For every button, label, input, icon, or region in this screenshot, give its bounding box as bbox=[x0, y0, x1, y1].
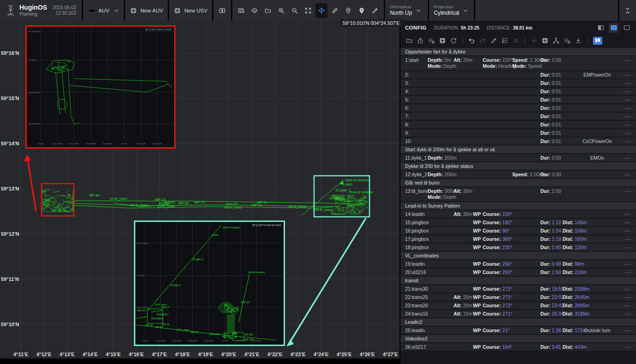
config-row[interactable]: 20:vl3216WPCourse: 263°Dur: 1:50Dist: 22… bbox=[400, 269, 636, 276]
config-row[interactable]: 4:Dur: 0:01... bbox=[400, 88, 636, 95]
config-row[interactable]: 5:Dur: 0:01... bbox=[400, 96, 636, 103]
map-fold-tool-button[interactable] bbox=[235, 3, 247, 18]
orientation-select[interactable]: Orientation North Up bbox=[385, 0, 428, 21]
config-row[interactable]: 13:til_bunnDepth: 300mMode: DepthAlt: 30… bbox=[400, 187, 636, 201]
row-menu-button[interactable]: ... bbox=[624, 170, 631, 177]
box-plus-button[interactable] bbox=[540, 36, 550, 45]
row-menu-button[interactable]: ... bbox=[624, 186, 631, 194]
config-row[interactable]: 25:leadinWPCourse: 21°Dur: 1:26Dist: 172… bbox=[400, 327, 636, 334]
vehicle-selector[interactable]: AUV bbox=[83, 0, 124, 21]
panel-outline-button[interactable] bbox=[622, 23, 631, 33]
map[interactable]: WP 6061:fo_transWP 23WP 6262:fo_transtra… bbox=[0, 21, 400, 364]
plus-button[interactable] bbox=[529, 36, 539, 45]
folder-tool-button[interactable] bbox=[262, 3, 274, 18]
download-button[interactable] bbox=[573, 36, 583, 45]
row-menu-button[interactable]: ... bbox=[624, 259, 631, 267]
panel-split-button[interactable] bbox=[596, 23, 606, 33]
row-menu-button[interactable]: ... bbox=[624, 226, 631, 233]
row-menu-button[interactable]: ... bbox=[624, 243, 631, 250]
config-row[interactable]: 3:Dur: 0:01... bbox=[400, 79, 636, 87]
new-auv-button[interactable]: New AUV bbox=[125, 0, 168, 21]
marker-tool-button[interactable] bbox=[342, 3, 354, 18]
row-menu-button[interactable]: ... bbox=[624, 342, 631, 350]
row-menu-button[interactable]: ... bbox=[624, 234, 631, 242]
row-menu-button[interactable]: ... bbox=[624, 209, 631, 217]
config-row[interactable]: 14:leadinAlt: 30mWPCourse: 220°... bbox=[400, 210, 636, 218]
new-usv-button[interactable]: New USV bbox=[169, 0, 212, 21]
list-gear-button[interactable] bbox=[562, 36, 572, 45]
export-button[interactable] bbox=[415, 36, 425, 45]
row-menu-button[interactable]: ... bbox=[624, 120, 631, 127]
config-row[interactable]: 23:trans20Alt: 20mWPCourse: 272°Dur: 23:… bbox=[400, 302, 636, 309]
row-menu-button[interactable]: ... bbox=[624, 128, 631, 136]
row-field: Dur: 1:26 bbox=[540, 327, 561, 334]
layers-tool-button[interactable] bbox=[248, 3, 260, 18]
pencil-button[interactable] bbox=[489, 36, 499, 45]
config-row[interactable]: 24:trans15Alt: 15mWPCourse: 271°Dur: 26:… bbox=[400, 310, 636, 317]
row-menu-button[interactable]: ... bbox=[624, 87, 631, 94]
folder-button[interactable] bbox=[404, 36, 414, 45]
config-row[interactable]: 1:startDepth: 0mMode: DepthAlt: 20mCours… bbox=[400, 56, 636, 70]
svg-text:59°12.800'N: 59°12.800'N bbox=[29, 91, 40, 94]
row-menu-button[interactable]: ... bbox=[624, 95, 631, 102]
row-field: Dur: 0:01 bbox=[540, 129, 561, 137]
plus-box-icon bbox=[174, 7, 181, 14]
pencil-tool-button[interactable] bbox=[369, 3, 381, 18]
row-menu-button[interactable]: ... bbox=[624, 284, 631, 292]
list-gear-button[interactable] bbox=[426, 36, 436, 45]
row-menu-button[interactable]: ... bbox=[624, 137, 631, 144]
row-menu-button[interactable]: ... bbox=[624, 309, 631, 316]
zoom-out-tool-button[interactable] bbox=[289, 3, 301, 18]
branch-button[interactable] bbox=[551, 36, 561, 45]
config-row[interactable]: 2:Dur: 0:01EMPowerOn... bbox=[400, 71, 636, 78]
row-menu-button[interactable]: ... bbox=[624, 55, 631, 63]
config-row[interactable]: 18:pingboxWPCourse: 230°Dur: 1:00Dist: 1… bbox=[400, 244, 636, 251]
config-row[interactable]: 12:dykk_2Depth: 200mSpeed: 2.00m/sDur: 3… bbox=[400, 171, 636, 178]
row-menu-button[interactable]: ... bbox=[624, 292, 631, 300]
ruler-tool-button[interactable] bbox=[329, 3, 341, 18]
zoom-inset-red-svg: 4°12'E4°12.200'E4°12.400'E4°12.600'E4°12… bbox=[27, 27, 174, 147]
projection-select[interactable]: Projection Cylindrical bbox=[429, 0, 474, 21]
ordered-list-button[interactable] bbox=[500, 36, 510, 45]
row-name: 3: bbox=[405, 79, 409, 87]
marker-alt-tool-button[interactable] bbox=[356, 3, 368, 18]
row-menu-button[interactable]: ... bbox=[624, 326, 631, 333]
redo-button[interactable] bbox=[478, 36, 488, 45]
row-name: 15:pingbox bbox=[405, 219, 429, 226]
row-menu-button[interactable]: ... bbox=[624, 218, 631, 225]
row-menu-button[interactable]: ... bbox=[624, 268, 631, 275]
undo-button[interactable] bbox=[466, 36, 477, 45]
box-plus-button[interactable] bbox=[437, 36, 448, 45]
row-menu-button[interactable]: ... bbox=[624, 301, 631, 308]
config-row[interactable]: 16:pingboxWPCourse: 90°Dur: 1:24Dist: 16… bbox=[400, 227, 636, 234]
config-row[interactable]: 17:pingboxWPCourse: 360°Dur: 1:19Dist: 1… bbox=[400, 235, 636, 243]
config-row[interactable]: 15:pingboxWPCourse: 182°Dur: 1:12Dist: 1… bbox=[400, 219, 636, 226]
pan-tool-button[interactable] bbox=[315, 3, 327, 18]
zoom-in-tool-button[interactable] bbox=[275, 3, 287, 18]
refresh-button[interactable] bbox=[448, 36, 459, 45]
config-row[interactable]: 19:leadinWPCourse: 260°Dur: 0:49Dist: 98… bbox=[400, 260, 636, 268]
config-row[interactable]: 22:trans25Alt: 25mWPCourse: 271°Dur: 22:… bbox=[400, 293, 636, 301]
config-section-header: Dykke til 200 for å sjekke status bbox=[400, 162, 636, 170]
svg-text:WP 60: WP 60 bbox=[89, 193, 99, 197]
close-x-button[interactable] bbox=[511, 36, 521, 45]
config-row[interactable]: 21:trans30WPCourse: 272°Dur: 19:59Dist: … bbox=[400, 285, 636, 292]
split-view-tool-button[interactable] bbox=[216, 3, 228, 18]
config-row[interactable]: 6:Dur: 0:01... bbox=[400, 104, 636, 112]
row-menu-button[interactable]: ... bbox=[624, 112, 631, 119]
row-menu-button[interactable]: ... bbox=[624, 70, 631, 78]
config-row[interactable]: 7:Dur: 0:01... bbox=[400, 113, 636, 120]
collapse-panel-button[interactable] bbox=[619, 0, 636, 21]
panel-filled-button[interactable] bbox=[609, 23, 618, 33]
config-row[interactable]: 8:Dur: 0:01... bbox=[400, 121, 636, 128]
svg-text:59°13'N: 59°13'N bbox=[1, 186, 19, 191]
config-row[interactable]: 10:Dur: 0:01CxCPowerOn... bbox=[400, 137, 636, 145]
row-menu-button[interactable]: ... bbox=[624, 153, 631, 161]
config-row[interactable]: 26:vl3217WPCourse: 164°Dur: 3:41Dist: 44… bbox=[400, 343, 636, 351]
config-row[interactable]: 11:dykk_1Depth: 200mDur: 3:00EMOn... bbox=[400, 154, 636, 161]
config-row[interactable]: 9:Dur: 0:01... bbox=[400, 129, 636, 137]
row-menu-button[interactable]: ... bbox=[624, 103, 631, 111]
row-menu-button[interactable]: ... bbox=[624, 78, 631, 86]
chat-alert-button[interactable] bbox=[593, 37, 602, 45]
fullscreen-tool-button[interactable] bbox=[302, 3, 314, 18]
